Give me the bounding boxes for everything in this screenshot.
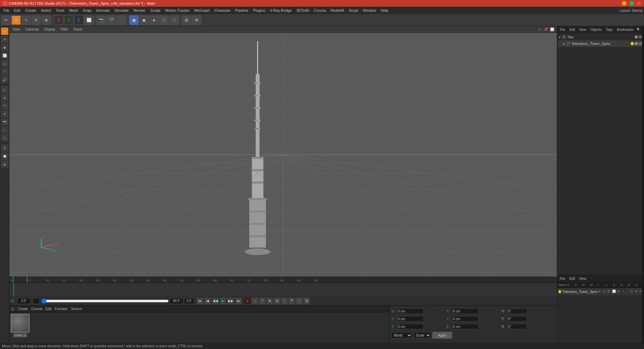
end-frame-input[interactable] <box>170 298 183 304</box>
world-select[interactable]: World Object Camera <box>391 332 412 338</box>
menu-mesh[interactable]: Mesh <box>67 8 80 13</box>
scale-tool[interactable]: ⤡ <box>21 15 31 25</box>
coord-h-input[interactable] <box>507 308 527 314</box>
left-tool-select[interactable]: ▶ <box>1 28 8 35</box>
coord-x-pos-input[interactable] <box>397 308 424 314</box>
rb-menu-view[interactable]: View <box>578 276 588 281</box>
menu-character[interactable]: Character <box>212 8 232 13</box>
tower-render[interactable] <box>639 42 642 45</box>
coord-p-input[interactable] <box>507 316 527 321</box>
obj-icon-7[interactable]: ⋯ <box>626 290 629 294</box>
menu-animate[interactable]: Animate <box>94 8 112 13</box>
menu-tools[interactable]: Tools <box>54 8 66 13</box>
tower-visibility[interactable] <box>635 42 638 45</box>
undo-button[interactable]: ↩ <box>1 15 11 25</box>
viewport-icon-1[interactable]: ⤢ <box>537 27 542 32</box>
timeline-expand[interactable]: ☰ <box>303 298 310 304</box>
mat-menu-edit[interactable]: Edit <box>44 306 53 311</box>
coord-y-pos-input[interactable] <box>397 316 424 321</box>
keyframe-add[interactable]: ⊕ <box>266 298 273 304</box>
left-tool-move[interactable]: ✛ <box>1 36 8 43</box>
obj-icon-6[interactable]: ⋮ <box>622 290 625 294</box>
menu-snap[interactable]: Snap <box>81 8 94 13</box>
close-button[interactable] <box>637 1 641 6</box>
move-tool[interactable]: ✛ <box>11 15 21 25</box>
menu-corona[interactable]: Corona <box>312 8 328 13</box>
menu-edit[interactable]: Edit <box>12 8 22 13</box>
left-tool-primitive[interactable]: ▷ <box>1 86 8 93</box>
auto-key-button[interactable]: ⌂ <box>252 298 258 304</box>
display-mode-5[interactable]: □ <box>169 15 179 25</box>
search-icon[interactable]: 🔍 <box>636 27 641 32</box>
playback-end-input[interactable] <box>184 298 194 304</box>
left-tool-polygon[interactable]: ⬜ <box>1 52 8 59</box>
left-tool-spline[interactable]: ∿ <box>1 134 8 142</box>
menu-sculpt[interactable]: Sculpt <box>148 8 163 13</box>
left-tool-generator[interactable]: ⊛ <box>1 94 8 101</box>
menu-plugins[interactable]: Plugins <box>251 8 267 13</box>
mat-menu-corona[interactable]: Corona <box>30 306 44 311</box>
y-axis[interactable]: Y <box>64 15 73 25</box>
r-menu-tags[interactable]: Tags <box>604 27 614 32</box>
r-menu-view[interactable]: View <box>578 27 588 32</box>
display-mode-3[interactable]: ● <box>149 15 159 25</box>
left-tool-light[interactable]: ☀ <box>1 110 8 117</box>
timeline-ruler[interactable]: 0 5 10 15 20 25 30 35 <box>9 277 557 283</box>
object-snap[interactable]: ⊞ <box>182 15 191 25</box>
sky-visibility[interactable] <box>635 35 638 39</box>
z-axis[interactable]: Z <box>74 15 84 25</box>
left-tool-edge[interactable]: ▭ <box>1 60 8 67</box>
obj-icon-9[interactable]: ▼ <box>635 290 638 294</box>
display-mode-4[interactable]: ⬡ <box>159 15 169 25</box>
menu-vray[interactable]: V-Ray Bridge <box>268 8 294 13</box>
tree-item-sky[interactable]: ▸ S Sky <box>558 34 643 40</box>
menu-help[interactable]: Help <box>379 8 390 13</box>
obj-icon-3[interactable]: ⊞ <box>607 290 610 294</box>
left-tool-sculpt[interactable]: S <box>1 144 8 152</box>
universal-tool[interactable]: ⊕ <box>42 15 51 25</box>
snap-settings[interactable]: ⚙ <box>192 15 201 25</box>
play-forward-button[interactable]: ▶ <box>220 298 226 304</box>
viewport-menu-view[interactable]: View <box>11 27 21 32</box>
coord-b-input[interactable] <box>507 324 527 329</box>
left-tool-paint[interactable]: 🖌 <box>1 76 8 83</box>
playback-start-input[interactable] <box>33 298 40 304</box>
sky-render[interactable] <box>639 35 642 39</box>
viewport-menu-display[interactable]: Display <box>43 27 57 32</box>
minimize-button[interactable] <box>622 1 627 6</box>
viewport-menu-filter[interactable]: Filter <box>59 27 69 32</box>
menu-pipeline[interactable]: Pipeline <box>233 8 250 13</box>
menu-mograph[interactable]: MoGraph <box>192 8 212 13</box>
play-backward-button[interactable]: ◀◀ <box>212 298 219 304</box>
viewport-menu-cameras[interactable]: Cameras <box>24 27 41 32</box>
obj-icon-1[interactable]: ● <box>599 290 602 294</box>
keyframe-all[interactable]: P <box>288 298 295 304</box>
keyframe-del[interactable]: ⊟ <box>274 298 280 304</box>
rb-menu-file[interactable]: File <box>558 276 567 281</box>
coord-z-pos-input[interactable] <box>397 324 424 329</box>
motion-path[interactable]: ☆ <box>296 298 303 304</box>
obj-icon-4[interactable]: ⬜ <box>612 290 616 294</box>
right-scrollbar[interactable] <box>642 26 644 349</box>
tree-item-tower[interactable]: ▸ L0 Television_Tower_Spire <box>558 40 643 47</box>
object-row-tower[interactable]: Television_Tower_Spire ● ☑ ⊞ ⬜ ⊛ ⋮ ⋯ ☰ ▼… <box>557 288 644 295</box>
play-to-end-button[interactable]: ▶▶ <box>227 298 234 304</box>
render-view[interactable]: 📷 <box>97 15 106 25</box>
keyframe-button[interactable]: ? <box>259 298 266 304</box>
obj-icon-5[interactable]: ⊛ <box>617 290 620 294</box>
coord-z-rot-input[interactable] <box>452 324 479 329</box>
menu-motiontracker[interactable]: Motion Tracker <box>163 8 192 13</box>
coord-y-rot-input[interactable] <box>452 316 479 321</box>
x-axis[interactable]: X <box>54 15 63 25</box>
r-menu-file[interactable]: File <box>558 27 567 32</box>
render-all[interactable]: 🎥 <box>117 15 126 25</box>
menu-script[interactable]: Script <box>347 8 360 13</box>
material-thumbnail[interactable] <box>11 314 30 333</box>
first-frame-button[interactable]: ⏮ <box>197 298 203 304</box>
left-tool-camera[interactable]: 📷 <box>1 118 8 126</box>
menu-redshift[interactable]: Redshift <box>328 8 346 13</box>
left-tool-point[interactable]: • <box>1 68 8 75</box>
left-tool-texture[interactable]: 🔲 <box>1 152 8 160</box>
left-tool-object[interactable]: ◆ <box>1 44 8 51</box>
coord-x-rot-input[interactable] <box>452 308 479 314</box>
